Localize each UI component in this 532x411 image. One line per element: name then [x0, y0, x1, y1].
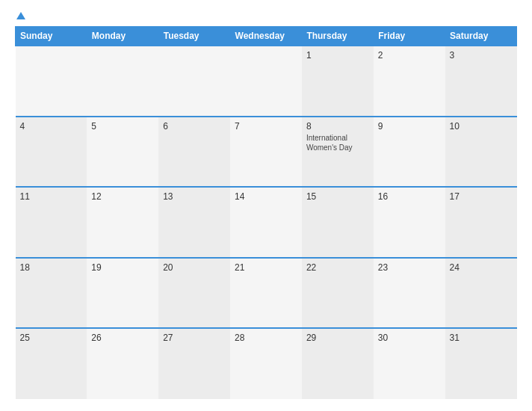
- calendar-cell: 16: [374, 187, 445, 258]
- day-number: 15: [306, 191, 316, 202]
- calendar-cell: 4: [16, 117, 87, 188]
- calendar-cell: 21: [230, 258, 302, 329]
- calendar-table: SundayMondayTuesdayWednesdayThursdayFrid…: [15, 26, 517, 399]
- day-number: 25: [20, 333, 30, 343]
- day-number: 19: [91, 262, 101, 273]
- day-number: 14: [235, 191, 244, 202]
- calendar-cell: 17: [445, 187, 517, 258]
- day-number: 2: [378, 50, 383, 61]
- calendar-week-row: 11121314151617: [16, 187, 517, 258]
- calendar-cell: 15: [302, 187, 374, 258]
- calendar-cell: 31: [445, 328, 517, 399]
- day-number: 18: [20, 262, 30, 273]
- calendar-cell: 10: [445, 117, 517, 188]
- day-number: 16: [378, 191, 388, 202]
- day-number: 30: [378, 333, 388, 343]
- day-number: 22: [306, 262, 316, 273]
- day-number: 20: [163, 262, 173, 273]
- calendar-cell: 18: [16, 258, 87, 329]
- calendar-cell: 19: [87, 258, 158, 329]
- day-number: 27: [163, 333, 173, 343]
- calendar-week-row: 45678International Women's Day910: [16, 117, 517, 188]
- weekday-header-sunday: Sunday: [16, 27, 87, 46]
- day-number: 7: [235, 121, 240, 132]
- day-number: 12: [91, 191, 101, 202]
- calendar-week-row: 25262728293031: [16, 328, 517, 399]
- calendar-cell: [230, 46, 302, 117]
- day-number: 4: [20, 121, 25, 132]
- calendar-cell: 2: [374, 46, 445, 117]
- weekday-header-friday: Friday: [374, 27, 445, 46]
- logo-blue-text: [15, 12, 25, 20]
- event-text: International Women's Day: [306, 133, 369, 152]
- calendar-week-row: 123: [16, 46, 517, 117]
- calendar-cell: 25: [16, 328, 87, 399]
- day-number: 26: [91, 333, 101, 343]
- day-number: 6: [163, 121, 168, 132]
- calendar-cell: 26: [87, 328, 158, 399]
- header: [15, 12, 517, 20]
- calendar-cell: 7: [230, 117, 302, 188]
- weekday-header-saturday: Saturday: [445, 27, 517, 46]
- weekday-header-row: SundayMondayTuesdayWednesdayThursdayFrid…: [16, 27, 517, 46]
- calendar-cell: 1: [302, 46, 374, 117]
- day-number: 17: [450, 191, 460, 202]
- calendar-cell: 23: [374, 258, 445, 329]
- day-number: 29: [306, 333, 316, 343]
- day-number: 21: [235, 262, 244, 273]
- day-number: 1: [306, 50, 312, 61]
- calendar-cell: 11: [16, 187, 87, 258]
- calendar-cell: 28: [230, 328, 302, 399]
- calendar-cell: 24: [445, 258, 517, 329]
- calendar-cell: [87, 46, 158, 117]
- calendar-week-row: 18192021222324: [16, 258, 517, 329]
- day-number: 3: [450, 50, 455, 61]
- weekday-header-tuesday: Tuesday: [158, 27, 230, 46]
- day-number: 31: [450, 333, 460, 343]
- calendar-cell: 29: [302, 328, 374, 399]
- calendar-cell: 30: [374, 328, 445, 399]
- calendar-cell: 13: [158, 187, 230, 258]
- day-number: 28: [235, 333, 244, 343]
- calendar-cell: [16, 46, 87, 117]
- calendar-cell: 27: [158, 328, 230, 399]
- calendar-cell: 8International Women's Day: [302, 117, 374, 188]
- day-number: 9: [378, 121, 383, 132]
- calendar-cell: 20: [158, 258, 230, 329]
- weekday-header-wednesday: Wednesday: [230, 27, 302, 46]
- weekday-header-thursday: Thursday: [302, 27, 374, 46]
- day-number: 23: [378, 262, 388, 273]
- calendar-cell: [158, 46, 230, 117]
- day-number: 11: [20, 191, 30, 202]
- calendar-cell: 5: [87, 117, 158, 188]
- calendar-cell: 22: [302, 258, 374, 329]
- day-number: 10: [450, 121, 460, 132]
- weekday-header-monday: Monday: [87, 27, 158, 46]
- calendar-cell: 3: [445, 46, 517, 117]
- calendar-cell: 6: [158, 117, 230, 188]
- day-number: 8: [306, 121, 312, 132]
- logo-triangle-icon: [16, 12, 25, 19]
- day-number: 13: [163, 191, 173, 202]
- logo: [15, 12, 25, 20]
- calendar-cell: 9: [374, 117, 445, 188]
- day-number: 5: [91, 121, 96, 132]
- day-number: 24: [450, 262, 460, 273]
- calendar-cell: 14: [230, 187, 302, 258]
- calendar-cell: 12: [87, 187, 158, 258]
